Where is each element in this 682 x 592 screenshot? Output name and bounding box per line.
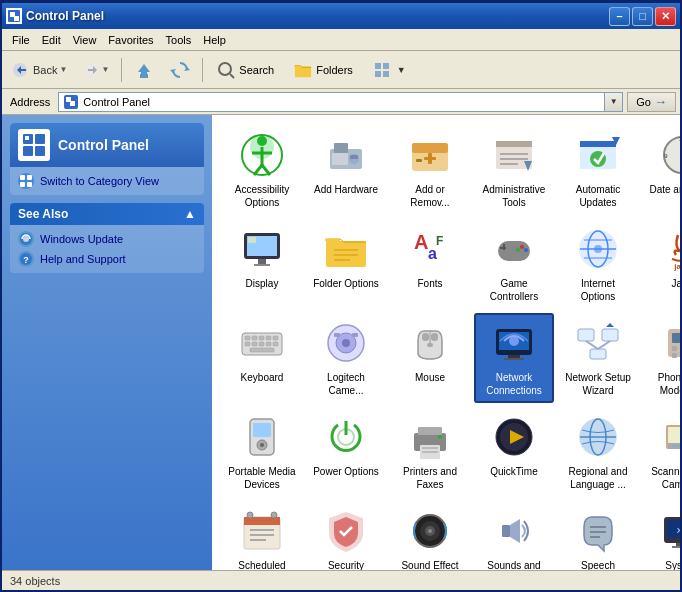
svg-rect-79 — [334, 259, 350, 261]
back-icon — [13, 62, 31, 78]
icon-item-poweroptions[interactable]: Power Options — [306, 407, 386, 497]
svg-point-88 — [516, 248, 520, 252]
up-button[interactable] — [127, 56, 161, 84]
svg-rect-30 — [27, 182, 32, 187]
icon-item-fonts[interactable]: A a F Fonts — [390, 219, 470, 309]
address-dropdown-button[interactable]: ▼ — [605, 92, 623, 112]
svg-point-94 — [594, 245, 602, 253]
internetoptions-icon — [574, 225, 622, 273]
icon-item-securitycenter[interactable]: Security Center — [306, 501, 386, 570]
svg-point-146 — [438, 435, 442, 439]
phonemodem-icon — [658, 319, 680, 367]
scheduledtasks-icon — [238, 507, 286, 555]
close-button[interactable]: ✕ — [655, 7, 676, 26]
go-arrow-icon: → — [654, 94, 667, 109]
svg-text:XP: XP — [677, 526, 680, 535]
icon-item-internetoptions[interactable]: Internet Options — [558, 219, 638, 309]
icon-item-scheduledtasks[interactable]: Scheduled Tasks — [222, 501, 302, 570]
minimize-button[interactable]: – — [609, 7, 630, 26]
icon-label-scheduledtasks: Scheduled Tasks — [228, 559, 296, 570]
toolbar-separator-2 — [202, 58, 203, 82]
icon-item-addremove[interactable]: Add or Remov... — [390, 125, 470, 215]
icon-item-portablemedia[interactable]: Portable Media Devices — [222, 407, 302, 497]
address-input[interactable]: Control Panel — [58, 92, 605, 112]
icon-item-mouse[interactable]: Mouse — [390, 313, 470, 403]
svg-rect-98 — [252, 336, 257, 340]
svg-point-162 — [247, 512, 253, 518]
menu-tools[interactable]: Tools — [160, 32, 198, 48]
back-button[interactable]: Back ▼ — [6, 56, 74, 84]
icon-item-speech[interactable]: Speech — [558, 501, 638, 570]
icon-item-datetime[interactable]: 12 3 6 9 Date and Time — [642, 125, 680, 215]
views-button[interactable]: ▼ — [364, 56, 415, 84]
icon-item-regional[interactable]: Regional and Language ... — [558, 407, 638, 497]
icon-label-portablemedia: Portable Media Devices — [228, 465, 296, 491]
go-button[interactable]: Go → — [627, 92, 676, 112]
svg-rect-105 — [266, 342, 271, 346]
switch-category-link[interactable]: Switch to Category View — [18, 173, 196, 189]
svg-point-163 — [271, 512, 277, 518]
svg-text:F: F — [436, 234, 443, 248]
icon-label-folderoptions: Folder Options — [313, 277, 379, 290]
svg-rect-176 — [672, 546, 680, 548]
status-text: 34 objects — [10, 575, 60, 587]
svg-rect-133 — [672, 353, 677, 358]
svg-rect-129 — [672, 333, 680, 343]
forward-dropdown-arrow: ▼ — [101, 65, 109, 74]
icon-item-display[interactable]: Display — [222, 219, 302, 309]
icon-item-sounds[interactable]: Sounds and Audio Devices — [474, 501, 554, 570]
icon-item-hardware[interactable]: Add Hardware — [306, 125, 386, 215]
refresh-button[interactable] — [163, 56, 197, 84]
icon-item-gamecontrollers[interactable]: Game Controllers — [474, 219, 554, 309]
icon-item-printers[interactable]: Printers and Faxes — [390, 407, 470, 497]
icon-item-java[interactable]: java Java — [642, 219, 680, 309]
folders-button[interactable]: Folders — [285, 56, 362, 84]
icon-item-system[interactable]: XP System — [642, 501, 680, 570]
sidebar-seealso-content: Windows Update ? Help and Support — [10, 225, 204, 273]
icon-item-quicktime[interactable]: QuickTime — [474, 407, 554, 497]
svg-rect-168 — [502, 525, 510, 537]
icon-item-folderoptions[interactable]: Folder Options — [306, 219, 386, 309]
menu-help[interactable]: Help — [197, 32, 232, 48]
maximize-button[interactable]: □ — [632, 7, 653, 26]
forward-button[interactable]: ▼ — [76, 56, 116, 84]
svg-text:?: ? — [23, 255, 29, 265]
icon-item-networksetup[interactable]: Network Setup Wizard — [558, 313, 638, 403]
svg-rect-2 — [14, 16, 19, 21]
svg-rect-48 — [412, 143, 448, 153]
svg-rect-46 — [350, 155, 358, 159]
svg-point-110 — [342, 339, 350, 347]
icon-item-phonemodem[interactable]: Phone and Modem ... — [642, 313, 680, 403]
icon-item-networkconn[interactable]: Network Connections — [474, 313, 554, 403]
svg-point-167 — [428, 529, 432, 533]
icon-item-soundeffect[interactable]: Sound Effect Manager — [390, 501, 470, 570]
svg-text:12: 12 — [679, 136, 680, 142]
icon-label-autoupdate: Automatic Updates — [564, 183, 632, 209]
menu-file[interactable]: File — [6, 32, 36, 48]
icon-label-datetime: Date and Time — [649, 183, 680, 196]
go-label: Go — [636, 96, 651, 108]
menu-view[interactable]: View — [67, 32, 103, 48]
svg-rect-101 — [273, 336, 278, 340]
icon-item-keyboard[interactable]: Keyboard — [222, 313, 302, 403]
main-area: Control Panel Switch to Category Vi — [2, 115, 680, 570]
sidebar-seealso-title: See Also — [18, 207, 68, 221]
icon-item-scanners[interactable]: Scanners and Cameras — [642, 407, 680, 497]
menu-edit[interactable]: Edit — [36, 32, 67, 48]
portablemedia-icon — [238, 413, 286, 461]
icon-label-scanners: Scanners and Cameras — [648, 465, 680, 491]
icon-item-accessibility[interactable]: Accessibility Options — [222, 125, 302, 215]
help-support-link[interactable]: ? Help and Support — [18, 251, 196, 267]
icon-item-admintools[interactable]: Administrative Tools — [474, 125, 554, 215]
sidebar-cp-title: Control Panel — [58, 137, 149, 153]
icon-item-logitech[interactable]: Logitech Came... — [306, 313, 386, 403]
icon-label-soundeffect: Sound Effect Manager — [396, 559, 464, 570]
icon-label-printers: Printers and Faxes — [396, 465, 464, 491]
windows-update-link[interactable]: Windows Update — [18, 231, 196, 247]
icon-label-poweroptions: Power Options — [313, 465, 379, 478]
icon-label-networkconn: Network Connections — [480, 371, 548, 397]
search-button[interactable]: Search — [208, 56, 283, 84]
networkconn-icon — [490, 319, 538, 367]
icon-item-autoupdate[interactable]: Automatic Updates — [558, 125, 638, 215]
menu-favorites[interactable]: Favorites — [102, 32, 159, 48]
